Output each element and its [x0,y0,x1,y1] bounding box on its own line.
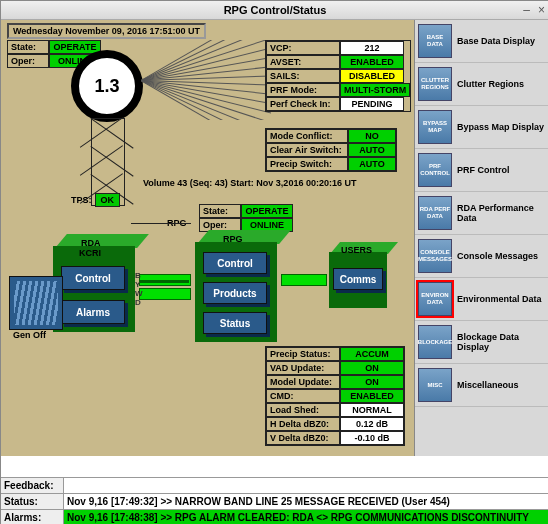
precip-key-3: CMD: [266,389,340,403]
rpg-products-button[interactable]: Products [203,282,267,304]
rda-oper-label: Oper: [7,54,49,68]
rpg-control-button[interactable]: Control [203,252,267,274]
precip-table: Precip Status:ACCUMVAD Update:ONModel Up… [265,346,405,446]
mode-key-1: Clear Air Switch: [266,143,348,157]
datetime-display: Wednesday November 09, 2016 17:51:00 UT [7,23,206,39]
sidebar-label-misc: Miscellaneous [457,380,546,390]
vcp-val-1: ENABLED [340,55,404,69]
sidebar-item-prf-control[interactable]: PRF CONTROLPRF Control [415,149,548,192]
title-bar: RPG Control/Status – × [1,1,548,20]
sidebar-label-bypass-map: Bypass Map Display [457,122,546,132]
comms-button[interactable]: Comms [333,268,383,290]
precip-val-3: ENABLED [340,389,404,403]
precip-key-4: Load Shed: [266,403,340,417]
feedback-value [64,478,548,493]
misc-icon: MISC [418,368,452,402]
feedback-label: Feedback: [1,478,64,493]
precip-val-5: 0.12 dB [340,417,404,431]
mode-key-2: Precip Switch: [266,157,348,171]
sidebar-item-blockage[interactable]: BLOCKAGEBlockage Data Display [415,321,548,364]
mode-val-2: AUTO [348,157,396,171]
close-button[interactable]: × [538,3,545,17]
sidebar-label-console-msgs: Console Messages [457,251,546,261]
mode-val-1: AUTO [348,143,396,157]
vcp-key-1: AVSET: [266,55,340,69]
rda-state-label: State: [7,40,49,54]
rda-site: KCRI [79,248,101,258]
scan-rays [141,40,271,120]
precip-key-1: VAD Update: [266,361,340,375]
rpg-state-value: OPERATE [241,204,293,218]
vcp-key-2: SAILS: [266,69,340,83]
generator-panel[interactable] [9,276,63,330]
precip-key-2: Model Update: [266,375,340,389]
volume-info: Volume 43 (Seq: 43) Start: Nov 3,2016 00… [143,178,356,188]
status-value: Nov 9,16 [17:49:32] >> NARROW BAND LINE … [64,494,548,509]
console-msgs-icon: CONSOLE MESSAGES [418,239,452,273]
precip-key-6: V Delta dBZ0: [266,431,340,445]
sidebar-label-env-data: Environmental Data [457,294,546,304]
status-bar: Feedback: Status: Nov 9,16 [17:49:32] >>… [1,477,548,524]
elevation-value: 1.3 [94,76,119,97]
window-title: RPG Control/Status [224,4,327,16]
clutter-regions-icon: CLUTTER REGIONS [418,67,452,101]
sidebar-label-blockage: Blockage Data Display [457,332,546,352]
radar-dish: 1.3 [71,50,143,122]
vcp-val-3: MULTI-STORM [340,83,410,97]
precip-val-0: ACCUM [340,347,404,361]
sidebar-item-clutter-regions[interactable]: CLUTTER REGIONSClutter Regions [415,63,548,106]
vcp-val-0: 212 [340,41,404,55]
rda-alarms-button[interactable]: Alarms [61,300,125,324]
users-title: USERS [341,245,372,255]
rpg-status-button[interactable]: Status [203,312,267,334]
prf-control-icon: PRF CONTROL [418,153,452,187]
sidebar-item-env-data[interactable]: ENVIRON DATAEnvironmental Data [415,278,548,321]
mode-table: Mode Conflict:NOClear Air Switch:AUTOPre… [265,128,397,172]
sidebar-item-bypass-map[interactable]: BYPASS MAPBypass Map Display [415,106,548,149]
alarms-label: Alarms: [1,510,64,524]
rda-control-button[interactable]: Control [61,266,125,290]
precip-val-1: ON [340,361,404,375]
status-label: Status: [1,494,64,509]
tps-value: OK [95,193,121,207]
alarms-value: Nov 9,16 [17:48:38] >> RPG ALARM CLEARED… [64,510,548,524]
vcp-table: VCP:212AVSET:ENABLEDSAILS:DISABLEDPRF Mo… [265,40,411,112]
rda-title: RDA [81,238,101,248]
sidebar-item-base-data[interactable]: BASE DATABase Data Display [415,20,548,63]
rda-perf-icon: RDA PERF DATA [418,196,452,230]
vcp-val-4: PENDING [340,97,404,111]
minimize-button[interactable]: – [523,3,530,17]
sidebar-item-rda-perf[interactable]: RDA PERF DATARDA Performance Data [415,192,548,235]
sidebar-item-console-msgs[interactable]: CONSOLE MESSAGESConsole Messages [415,235,548,278]
precip-val-6: -0.10 dB [340,431,404,445]
vcp-key-4: Perf Check In: [266,97,340,111]
rpg-title: RPG [223,234,243,244]
precip-key-0: Precip Status: [266,347,340,361]
mode-val-0: NO [348,129,396,143]
generator-label: Gen Off [13,330,46,340]
env-data-icon: ENVIRON DATA [418,282,452,316]
sidebar-label-prf-control: PRF Control [457,165,546,175]
vcp-val-2: DISABLED [340,69,404,83]
mode-key-0: Mode Conflict: [266,129,348,143]
precip-val-2: ON [340,375,404,389]
sidebar-item-misc[interactable]: MISCMiscellaneous [415,364,548,407]
bywd-labels: BYWD [135,271,143,307]
sidebar-label-clutter-regions: Clutter Regions [457,79,546,89]
precip-key-5: H Delta dBZ0: [266,417,340,431]
sidebar-label-base-data: Base Data Display [457,36,546,46]
sidebar-label-rda-perf: RDA Performance Data [457,203,546,223]
sidebar: BASE DATABase Data DisplayCLUTTER REGION… [414,20,548,456]
vcp-key-0: VCP: [266,41,340,55]
tps-status: TPS: OK [71,193,120,207]
rpg-users-link [281,274,327,286]
bypass-map-icon: BYPASS MAP [418,110,452,144]
base-data-icon: BASE DATA [418,24,452,58]
precip-val-4: NORMAL [340,403,404,417]
vcp-key-3: PRF Mode: [266,83,340,97]
rpg-state-label: State: [199,204,241,218]
blockage-icon: BLOCKAGE [418,325,452,359]
